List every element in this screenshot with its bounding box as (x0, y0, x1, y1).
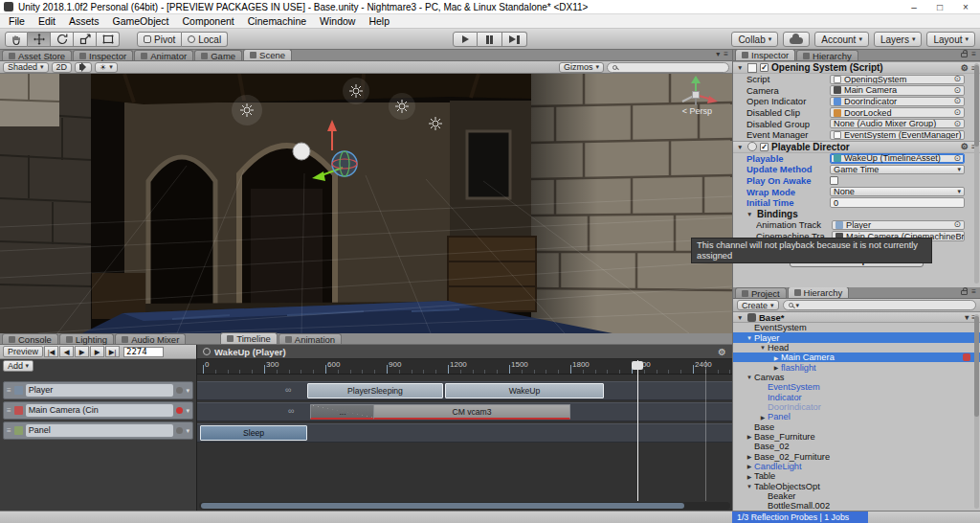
object-picker-icon[interactable]: ⊙ (953, 154, 961, 163)
timeline-play-button[interactable]: ▶ (75, 346, 89, 357)
expand-arrow[interactable]: ▼ (758, 345, 768, 351)
record-button[interactable] (176, 387, 183, 394)
menu-cinemachine[interactable]: Cinemachine (241, 14, 313, 28)
camera-object-field[interactable]: Main Camera⊙ (830, 85, 965, 96)
dock-menu-icon[interactable]: ≡ (724, 50, 728, 58)
activation-track-lane[interactable]: Sleep (197, 423, 732, 443)
event-manager-object-field[interactable]: EventSystem (EventManager)⊙ (830, 130, 965, 141)
timeline-ruler[interactable]: 0 300 600 900 1200 1500 1800 2100 2400 (197, 359, 732, 375)
foldout-icon[interactable]: ▼ (737, 314, 745, 321)
menu-gameobject[interactable]: GameObject (106, 14, 176, 28)
dock-menu-icon[interactable]: ≡ (971, 50, 976, 58)
tab-scene[interactable]: Scene (243, 49, 292, 60)
tab-console[interactable]: Console (2, 333, 58, 344)
expand-arrow[interactable]: ▶ (745, 453, 754, 460)
hierarchy-item[interactable]: ▶CandleLight (733, 462, 980, 471)
minimize-button[interactable]: – (903, 2, 924, 12)
local-toggle[interactable]: Local (182, 32, 228, 47)
menu-window[interactable]: Window (313, 14, 362, 28)
clip-wakeup[interactable]: WakeUp (445, 383, 604, 398)
expand-arrow[interactable]: ▼ (745, 375, 754, 380)
tab-audio-mixer[interactable]: Audio Mixer (115, 333, 186, 344)
track-options-icon[interactable]: ▾ (186, 427, 189, 435)
tab-hierarchy-top[interactable]: Hierarchy (796, 50, 858, 60)
object-picker-icon[interactable]: ⊙ (953, 75, 961, 83)
expand-arrow[interactable]: ▶ (745, 463, 754, 469)
hierarchy-item[interactable]: EventSystem (733, 323, 980, 332)
lock-icon[interactable] (961, 53, 968, 57)
component-enabled-checkbox[interactable]: ✓ (760, 143, 768, 151)
clip-player-sleeping[interactable]: PlayerSleeping (307, 383, 443, 398)
clip-cm-vcam3[interactable]: CM vcam3 (373, 404, 570, 420)
hierarchy-item[interactable]: ▼Head (733, 343, 980, 352)
animation-track-object-field[interactable]: Player⊙ (832, 220, 965, 231)
menu-file[interactable]: File (2, 14, 32, 28)
goto-end-button[interactable]: ▶| (105, 346, 120, 357)
scrollbar-thumb[interactable] (974, 316, 979, 417)
tab-game[interactable]: Game (194, 50, 242, 60)
foldout-icon[interactable]: ▼ (737, 144, 745, 150)
expand-arrow[interactable]: ▶ (745, 473, 754, 480)
initial-time-field[interactable]: 0 (830, 197, 965, 208)
audioclip-object-field[interactable]: DoorLocked⊙ (830, 107, 965, 118)
hierarchy-item[interactable]: ▶Table (733, 471, 980, 481)
script-field[interactable]: OpeningSystem⊙ (830, 75, 965, 85)
foldout-icon[interactable]: ▼ (737, 64, 745, 71)
expand-arrow[interactable]: ▶ (745, 433, 754, 440)
tab-inspector-left[interactable]: Inspector (73, 50, 133, 60)
hierarchy-item[interactable]: Indicator (733, 392, 980, 401)
opening-system-header[interactable]: ▼ ✓ Opening System (Script) ⚙ ≡ (733, 61, 980, 74)
indicator-object-field[interactable]: DoorIndicator⊙ (830, 97, 965, 107)
menu-help[interactable]: Help (362, 14, 396, 28)
gizmos-dropdown[interactable]: Gizmos▾ (559, 62, 604, 73)
cloud-button[interactable] (783, 32, 810, 47)
update-method-dropdown[interactable]: Game Time▾ (830, 165, 965, 175)
hierarchy-item[interactable]: Beaker (733, 491, 980, 501)
hierarchy-item[interactable]: ▶Panel (733, 412, 980, 421)
dock-dropdown-icon[interactable]: ▾ (716, 50, 720, 58)
playable-object-field[interactable]: WakeUp (TimelineAsset)⊙ (830, 153, 965, 164)
tab-asset-store[interactable]: Asset Store (2, 50, 72, 60)
expand-arrow[interactable]: ▶ (758, 414, 768, 421)
wrap-mode-dropdown[interactable]: None▾ (830, 187, 965, 197)
account-dropdown[interactable]: Account▾ (814, 32, 869, 47)
foldout-icon[interactable]: ▼ (746, 211, 754, 217)
object-picker-icon[interactable]: ⊙ (953, 97, 961, 105)
hierarchy-item[interactable]: ▶flashlight (733, 362, 980, 372)
tab-timeline[interactable]: Timeline (220, 332, 278, 344)
dock-menu-icon[interactable]: ≡ (971, 287, 976, 296)
scene-dropdown-icon[interactable]: ▾ (965, 313, 969, 322)
hierarchy-item[interactable]: BottleSmall.002 (733, 501, 980, 511)
timeline-settings-gear-icon[interactable]: ⚙ (718, 347, 726, 357)
current-frame-field[interactable] (123, 347, 164, 357)
playable-director-header[interactable]: ▼ ✓ Playable Director ⚙ ≡ (733, 141, 980, 153)
tab-project[interactable]: Project (735, 287, 787, 298)
play-button[interactable] (453, 32, 478, 47)
probe-gizmo[interactable] (293, 143, 310, 160)
hierarchy-item[interactable]: ▶Base_Furniture (733, 432, 980, 442)
tab-lighting[interactable]: Lighting (59, 333, 114, 344)
goto-start-button[interactable]: |◀ (44, 346, 58, 357)
bindings-foldout-row[interactable]: ▼ Bindings (733, 209, 980, 220)
cinemachine-track-header[interactable]: ≡ Main Camera (Cin ▾ (3, 401, 193, 420)
tab-hierarchy[interactable]: Hierarchy (788, 287, 850, 298)
2d-toggle[interactable]: 2D (52, 62, 73, 73)
track-options-icon[interactable]: ▾ (186, 407, 189, 415)
add-track-dropdown[interactable]: Add ▾ (3, 360, 33, 372)
layout-dropdown[interactable]: Layout▾ (926, 32, 975, 47)
expand-arrow[interactable]: ▶ (771, 364, 781, 371)
play-on-awake-checkbox[interactable] (830, 176, 838, 185)
scene-3d-render[interactable]: < Persp (0, 74, 732, 333)
hierarchy-item-selected[interactable]: ▼Player (733, 332, 980, 342)
gear-icon[interactable]: ⚙ (961, 63, 969, 73)
hierarchy-scrollbar[interactable] (974, 314, 979, 509)
maximize-button[interactable]: □ (929, 2, 950, 12)
track-options-icon[interactable]: ▾ (186, 387, 189, 395)
scene-viewport[interactable]: < Persp (0, 74, 732, 333)
mixer-group-object-field[interactable]: None (Audio Mixer Group)⊙ (830, 119, 965, 129)
hierarchy-search[interactable]: ▾ (783, 300, 976, 310)
scene-search-input[interactable] (620, 62, 724, 72)
scrollbar-thumb[interactable] (201, 503, 684, 509)
pivot-toggle[interactable]: Pivot (137, 32, 182, 47)
hierarchy-search-input[interactable] (802, 301, 970, 310)
